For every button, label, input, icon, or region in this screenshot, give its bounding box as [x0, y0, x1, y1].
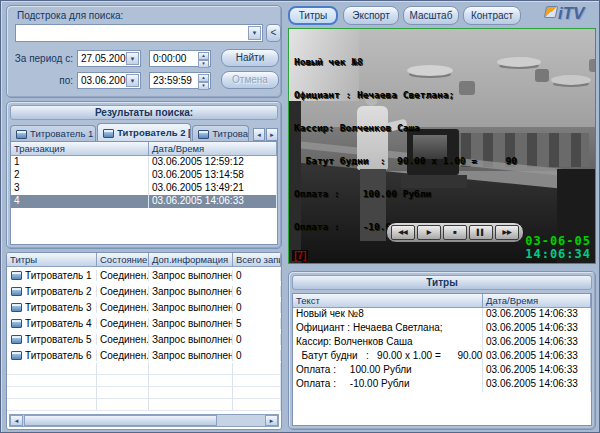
- overlay-line: Оплата : 100.00 Рубли: [294, 188, 517, 199]
- osd-timestamp: 03-06-05 14:06:34: [525, 235, 591, 261]
- title-text: Оплата : 100.00 Рубли: [293, 364, 483, 378]
- title-text: Оплата : -10.00 Рубли: [293, 378, 483, 392]
- search-input[interactable]: ▼: [15, 24, 263, 42]
- itv-logo: iTV: [545, 4, 593, 26]
- rewind-button[interactable]: ◀◀: [391, 225, 415, 240]
- app-window: Подстрока для поиска: ▼ < За период с: 2…: [0, 0, 600, 433]
- col-state[interactable]: Состояние: [97, 253, 149, 267]
- overlay-line: Кассир: Волченков Саша: [294, 122, 517, 133]
- titler-row[interactable]: Титрователь 6 Соединен... Запрос выполне…: [7, 347, 281, 363]
- transaction-datetime: 03.06.2005 13:49:21: [149, 182, 277, 195]
- title-row[interactable]: Оплата : -10.00 Рубли 03.06.2005 14:06:3…: [293, 378, 591, 392]
- title-datetime: 03.06.2005 14:06:33: [483, 336, 591, 350]
- transaction-row[interactable]: 1 03.06.2005 12:59:12: [11, 156, 277, 169]
- osd-time: 14:06:34: [525, 248, 591, 261]
- from-date-select[interactable]: 27.05.2005 ▼: [77, 50, 141, 67]
- transaction-id: 1: [11, 156, 149, 169]
- titlers-table-header: Титры Состояние Доп.информация Всего зап…: [7, 253, 281, 267]
- title-row[interactable]: Официант : Нечаева Светлана; 03.06.2005 …: [293, 322, 591, 336]
- titler-row[interactable]: Титрователь 3 Соединен... Запрос выполне…: [7, 299, 281, 315]
- titler-name: Титрователь 2: [25, 286, 92, 297]
- col-datetime[interactable]: Дата/Время: [483, 294, 591, 308]
- period-to-label: по:: [7, 75, 73, 86]
- titler-icon: [198, 130, 209, 139]
- titler-state: Соединен...: [97, 286, 149, 297]
- empty-row: [7, 399, 281, 411]
- find-button[interactable]: Найти: [221, 49, 279, 67]
- title-row[interactable]: Батут будни : 90.00 x 1.00 = 90.00 03.06…: [293, 350, 591, 364]
- title-row[interactable]: Новый чек №8 03.06.2005 14:06:33: [293, 308, 591, 322]
- tab-scroll-right-icon[interactable]: ►: [266, 128, 278, 141]
- from-time-value: 0:00:00: [153, 53, 186, 64]
- title-text: Новый чек №8: [293, 308, 483, 322]
- search-more-button[interactable]: <: [266, 24, 281, 42]
- titler-row[interactable]: Титрователь 1 Соединен... Запрос выполне…: [7, 267, 281, 283]
- scrollbar-thumb[interactable]: [24, 415, 217, 426]
- stop-button[interactable]: ■: [443, 225, 467, 240]
- tab-scroll-arrows: ◄ ►: [252, 128, 278, 141]
- contrast-button[interactable]: Контраст: [463, 6, 521, 25]
- empty-row: [7, 375, 281, 387]
- spin-down-icon[interactable]: ▼: [198, 60, 209, 68]
- play-button[interactable]: ▶: [417, 225, 441, 240]
- col-total[interactable]: Всего запис: [233, 253, 281, 267]
- to-time-spin[interactable]: ▲ ▼: [198, 74, 209, 87]
- transaction-id: 2: [11, 169, 149, 182]
- titler-total: 6: [233, 286, 281, 297]
- titler-state: Соединен...: [97, 270, 149, 281]
- titler-total: 0: [233, 302, 281, 313]
- titler-state: Соединен...: [97, 318, 149, 329]
- zoom-button[interactable]: Масштаб: [403, 6, 459, 25]
- from-date-dropdown-icon[interactable]: ▼: [126, 52, 139, 65]
- transaction-row[interactable]: 2 03.06.2005 13:14:58: [11, 169, 277, 182]
- titler-name: Титрователь 3: [25, 302, 92, 313]
- horizontal-scrollbar[interactable]: ◄ ►: [9, 414, 279, 427]
- results-header: Результаты поиска:: [10, 105, 278, 120]
- transactions-table-header: Транзакция Дата/Время: [11, 142, 277, 156]
- transaction-row-selected[interactable]: 4 03.06.2005 14:06:33: [11, 195, 277, 208]
- forward-button[interactable]: ▶▶: [495, 225, 519, 240]
- pause-button[interactable]: ▌▌: [469, 225, 493, 240]
- tab-scroll-left-icon[interactable]: ◄: [253, 128, 265, 141]
- scroll-right-icon[interactable]: ►: [265, 415, 278, 426]
- title-row[interactable]: Кассир: Волченков Саша 03.06.2005 14:06:…: [293, 336, 591, 350]
- receipt-overlay: Новый чек №8 Официант : Нечаева Светлана…: [294, 34, 517, 254]
- from-time-spin[interactable]: ▲ ▼: [198, 52, 209, 65]
- search-dropdown-icon[interactable]: ▼: [248, 26, 261, 40]
- titles-button[interactable]: Титры: [288, 6, 338, 25]
- col-transaction[interactable]: Транзакция: [11, 142, 149, 156]
- transaction-row[interactable]: 3 03.06.2005 13:49:21: [11, 182, 277, 195]
- spin-up-icon[interactable]: ▲: [198, 52, 209, 60]
- titler-icon: [16, 130, 27, 139]
- tab-titler-3[interactable]: Титровател: [192, 125, 249, 141]
- video-frame[interactable]: Новый чек №8 Официант : Нечаева Светлана…: [288, 28, 596, 264]
- col-info[interactable]: Доп.информация: [149, 253, 233, 267]
- title-text: Кассир: Волченков Саша: [293, 336, 483, 350]
- titler-info: Запрос выполнен: [149, 318, 233, 329]
- titler-row[interactable]: Титрователь 5 Соединен... Запрос выполне…: [7, 331, 281, 347]
- title-row[interactable]: Оплата : 100.00 Рубли 03.06.2005 14:06:3…: [293, 364, 591, 378]
- cancel-button: Отмена: [221, 71, 279, 89]
- transaction-datetime: 03.06.2005 12:59:12: [149, 156, 277, 169]
- titler-icon: [11, 287, 22, 296]
- tab-titler-1[interactable]: Титрователь 1 [0]: [10, 125, 96, 141]
- title-datetime: 03.06.2005 14:06:33: [483, 350, 591, 364]
- period-from-label: За период с:: [7, 53, 73, 64]
- spin-up-icon[interactable]: ▲: [198, 74, 209, 82]
- titler-row[interactable]: Титрователь 2 Соединен... Запрос выполне…: [7, 283, 281, 299]
- itv-flag-icon: [544, 6, 559, 18]
- col-titles[interactable]: Титры: [7, 253, 97, 267]
- scroll-left-icon[interactable]: ◄: [10, 415, 23, 426]
- titler-row[interactable]: Титрователь 4 Соединен... Запрос выполне…: [7, 315, 281, 331]
- col-text[interactable]: Текст: [293, 294, 483, 308]
- col-datetime[interactable]: Дата/Время: [149, 142, 277, 156]
- tab-titler-2[interactable]: Титрователь 2 [4]: [97, 123, 191, 141]
- to-time-spinner[interactable]: 23:59:59 ▲ ▼: [149, 72, 211, 89]
- to-date-dropdown-icon[interactable]: ▼: [126, 74, 139, 87]
- to-date-select[interactable]: 03.06.2005 ▼: [77, 72, 141, 89]
- titler-total: 0: [233, 270, 281, 281]
- spin-down-icon[interactable]: ▼: [198, 82, 209, 90]
- export-button[interactable]: Экспорт: [343, 6, 399, 25]
- title-datetime: 03.06.2005 14:06:33: [483, 322, 591, 336]
- from-time-spinner[interactable]: 0:00:00 ▲ ▼: [149, 50, 211, 67]
